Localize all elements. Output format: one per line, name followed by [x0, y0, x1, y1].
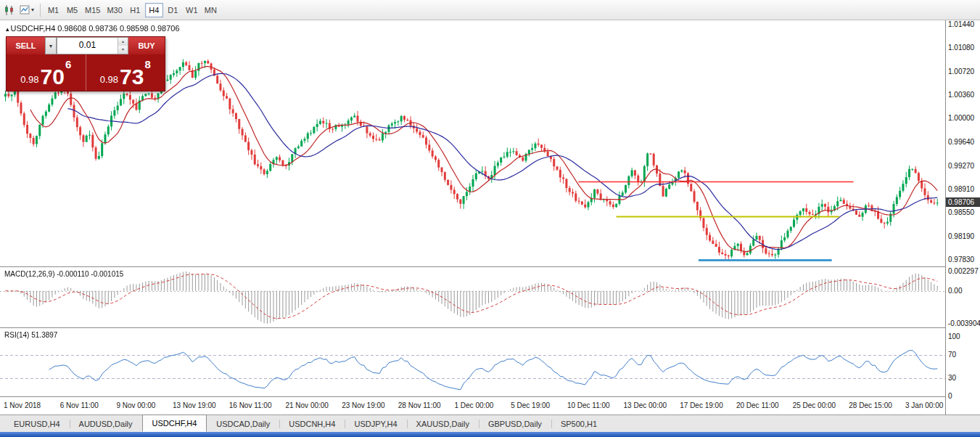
- timeframe-d1[interactable]: D1: [164, 3, 182, 17]
- price-axis[interactable]: 0.98706 1.014401.010801.007201.003601.00…: [946, 20, 980, 414]
- chart-ohlc-values: 0.98608 0.98736 0.98598 0.98706: [57, 24, 179, 33]
- time-tick: 28 Dec 15:00: [849, 401, 892, 409]
- axis-tick: 0.98550: [948, 208, 974, 216]
- timeframe-w1[interactable]: W1: [183, 3, 201, 17]
- bid-big-digits: 70: [41, 66, 65, 88]
- time-tick: 6 Nov 11:00: [60, 401, 99, 409]
- tab-usdjpy-h4[interactable]: USDJPY,H4: [345, 416, 406, 432]
- timeframe-m1[interactable]: M1: [44, 3, 62, 17]
- chart-title: ▴USDCHF,H4 0.98608 0.98736 0.98598 0.987…: [6, 24, 180, 33]
- axis-tick: 70: [948, 351, 956, 359]
- candlestick-chart-icon[interactable]: [1, 2, 17, 18]
- ask-big-digits: 73: [120, 66, 144, 88]
- axis-tick: 1.00000: [948, 114, 974, 122]
- collapse-arrow-icon[interactable]: ▴: [6, 25, 9, 33]
- tab-usdchf-h4[interactable]: USDCHF,H4: [142, 414, 207, 432]
- quote-row: 0.98706 0.98738: [7, 54, 165, 91]
- axis-tick: 0.99270: [948, 162, 974, 170]
- time-tick: 13 Nov 19:00: [173, 401, 216, 409]
- trade-controls-row: SELL ▾ 0.01 ▴ ▾ BUY: [7, 37, 165, 54]
- axis-tick: 0.002297: [948, 267, 979, 275]
- tab-xauusd-daily[interactable]: XAUUSD,Daily: [407, 416, 479, 432]
- caret-down-icon: ▾: [31, 7, 34, 13]
- bid-prefix: 0.98: [20, 74, 38, 85]
- time-tick: 17 Dec 19:00: [680, 401, 723, 409]
- time-tick: 1 Dec 00:00: [455, 401, 494, 409]
- caret-down-icon: ▾: [49, 43, 52, 49]
- panel-divider[interactable]: [0, 266, 980, 267]
- time-axis[interactable]: 1 Nov 20186 Nov 11:009 Nov 00:0013 Nov 1…: [0, 397, 945, 414]
- time-tick: 9 Nov 00:00: [116, 401, 155, 409]
- timeframe-buttons: M1M5M15M30H1H4D1W1MN: [44, 3, 220, 17]
- status-bar: [0, 432, 980, 437]
- one-click-trading-panel: SELL ▾ 0.01 ▴ ▾ BUY 0.98706 0.98738: [6, 36, 165, 91]
- panel-divider[interactable]: [0, 327, 980, 328]
- current-price-badge: 0.98706: [946, 197, 980, 207]
- timeframe-mn[interactable]: MN: [202, 3, 220, 17]
- tab-eurusd-h4[interactable]: EURUSD,H4: [4, 416, 70, 432]
- axis-tick: 1.01440: [948, 20, 974, 28]
- axis-tick: 1.00720: [948, 68, 974, 75]
- chart-tabs: EURUSD,H4AUDUSD,DailyUSDCHF,H4USDCAD,Dai…: [0, 414, 980, 432]
- toolbar: ▾ M1M5M15M30H1H4D1W1MN: [0, 0, 980, 20]
- volume-input[interactable]: 0.01 ▴ ▾: [57, 37, 128, 54]
- ask-price[interactable]: 0.98738: [86, 54, 165, 91]
- tab-audusd-daily[interactable]: AUDUSD,Daily: [70, 416, 142, 432]
- axis-tick: 0.98910: [948, 185, 974, 193]
- axis-tick: 30: [948, 374, 956, 382]
- volume-dropdown-button[interactable]: ▾: [45, 37, 57, 54]
- axis-tick: 100: [948, 332, 960, 340]
- axis-tick: 0.97830: [948, 256, 974, 264]
- time-tick: 16 Nov 11:00: [229, 401, 272, 409]
- tab-usdcnh-h4[interactable]: USDCNH,H4: [279, 416, 345, 432]
- rsi-canvas[interactable]: [0, 328, 945, 397]
- toolbar-separator: [40, 4, 41, 17]
- axis-tick: 0: [948, 392, 952, 400]
- time-tick: 5 Dec 19:00: [511, 401, 550, 409]
- axis-tick: 1.00360: [948, 91, 974, 99]
- volume-stepper: ▴ ▾: [118, 38, 128, 54]
- candlestick-glyph: [4, 4, 15, 16]
- time-tick: 21 Nov 00:00: [285, 401, 329, 409]
- time-tick: 3 Jan 00:00: [905, 401, 943, 409]
- chart-symbol-label: USDCHF,H4: [11, 24, 56, 33]
- bid-pip-digit: 6: [65, 58, 71, 70]
- time-tick: 20 Dec 11:00: [736, 401, 779, 409]
- time-tick: 28 Nov 11:00: [398, 401, 441, 409]
- sell-button[interactable]: SELL: [7, 37, 45, 54]
- time-tick: 25 Dec 00:00: [793, 401, 836, 409]
- macd-label: MACD(12,26,9) -0.000110 -0.001015: [4, 270, 123, 278]
- bid-price[interactable]: 0.98706: [7, 54, 86, 91]
- timeframe-m30[interactable]: M30: [104, 3, 125, 17]
- macd-canvas[interactable]: [0, 267, 945, 328]
- chart-options-icon[interactable]: ▾: [17, 2, 36, 18]
- chart-area: ▴USDCHF,H4 0.98608 0.98736 0.98598 0.987…: [0, 20, 980, 414]
- time-tick: 13 Dec 00:00: [624, 401, 667, 409]
- axis-tick: 0.99640: [948, 138, 974, 146]
- rsi-label: RSI(14) 51.3897: [4, 331, 57, 339]
- mt4-window: ▾ M1M5M15M30H1H4D1W1MN ▴USDCHF,H4 0.9860…: [0, 0, 980, 437]
- axis-tick: 1.01080: [948, 44, 974, 52]
- time-tick: 1 Nov 2018: [4, 401, 41, 409]
- timeframe-h1[interactable]: H1: [126, 3, 144, 17]
- time-tick: 23 Nov 19:00: [342, 401, 385, 409]
- volume-increase-button[interactable]: ▴: [118, 38, 128, 46]
- ask-pip-digit: 8: [144, 58, 150, 70]
- timeframe-m15[interactable]: M15: [82, 3, 103, 17]
- axis-tick: -0.003904: [948, 319, 980, 327]
- chart-glyph: [20, 4, 30, 15]
- ask-prefix: 0.98: [100, 74, 118, 85]
- tab-usdcad-daily[interactable]: USDCAD,Daily: [207, 416, 279, 432]
- volume-decrease-button[interactable]: ▾: [118, 46, 128, 54]
- timeframe-m5[interactable]: M5: [63, 3, 81, 17]
- tab-sp500-h1[interactable]: SP500,H1: [551, 416, 606, 432]
- volume-value[interactable]: 0.01: [57, 38, 118, 54]
- time-tick: 10 Dec 11:00: [567, 401, 610, 409]
- axis-tick: 0.00: [948, 287, 962, 295]
- axis-tick: 0.98190: [948, 232, 974, 240]
- timeframe-h4[interactable]: H4: [145, 3, 163, 17]
- tab-gbpusd-daily[interactable]: GBPUSD,Daily: [479, 416, 551, 432]
- buy-button[interactable]: BUY: [128, 37, 165, 54]
